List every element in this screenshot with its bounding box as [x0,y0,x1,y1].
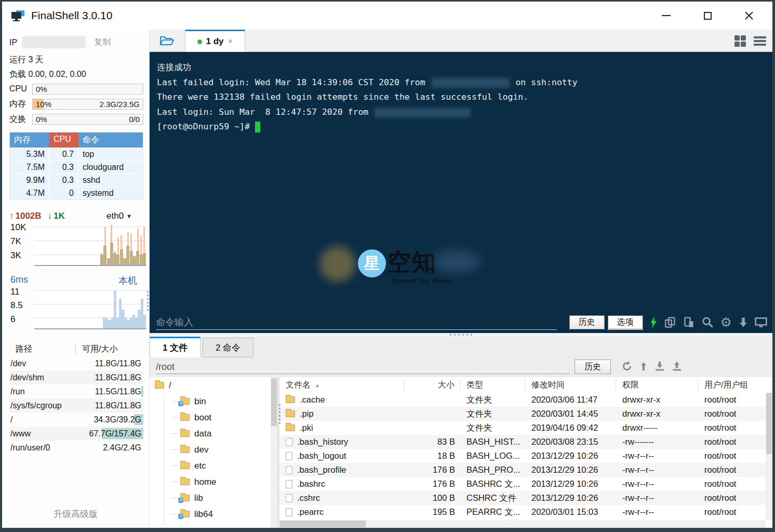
file-mtime: 2013/12/29 10:26 [525,449,616,463]
hscrollbar-thumb[interactable] [280,521,366,527]
tree-item[interactable]: bin [150,393,277,409]
disk-row: /sys/fs/cgroup11.8G/11.8G [9,398,143,413]
command-input[interactable]: 命令输入 [156,314,557,330]
process-col-header[interactable]: CPU [49,132,78,148]
file-table-vscrollbar[interactable] [766,393,772,520]
tree-connector [171,449,178,450]
file-row[interactable]: .bash_profile176 BBASH_PRO...2013/12/29 … [279,463,772,477]
options-button[interactable]: 选项 [608,315,643,329]
copy-ip-button[interactable]: 复制 [94,37,111,48]
file-col-label: 用户/用户组 [704,380,748,391]
disk-col-avail[interactable]: 可用/大小 [76,344,143,355]
file-col-header[interactable]: 类型 [460,379,525,391]
file-row[interactable]: .bash_logout18 BBASH_LOG...2013/12/29 10… [279,449,772,463]
tree-connector [171,498,178,498]
net-axis-tick: 7K [10,236,32,247]
file-row[interactable]: .cache文件夹2020/03/06 11:47drwxr-xr-xroot/… [279,393,772,407]
tree-item[interactable]: etc [150,458,277,474]
file-col-header[interactable]: 用户/用户组 [698,379,760,391]
file-col-header[interactable]: 修改时间 [525,379,616,391]
file-row[interactable]: .bashrc176 BBASHRC 文...2013/12/29 10:26-… [279,477,772,491]
close-button[interactable] [741,8,757,23]
file-mtime: 2013/12/29 10:26 [525,477,616,491]
tab-commands[interactable]: 2 命令 [203,338,253,357]
menu-icon[interactable] [754,36,766,46]
grid-view-icon[interactable] [734,35,746,47]
disk-col-path[interactable]: 路径 [9,343,76,355]
monitor-icon[interactable] [755,317,767,328]
chevron-down-icon: ▼ [126,213,132,219]
tree-item[interactable]: data [150,425,277,442]
folder-icon [286,410,295,417]
file-col-header[interactable]: 大小 [404,379,460,391]
horizontal-splitter[interactable] [150,333,772,337]
file-type: 文件夹 [460,407,525,421]
vscrollbar-thumb[interactable] [766,393,772,454]
tab-files[interactable]: 1 文件 [150,337,201,357]
chart-bar [100,255,103,265]
panel-splitter-handle[interactable] [147,291,149,311]
file-row[interactable]: .pki文件夹2019/04/16 09:42drwxr-----root/ro… [279,421,772,435]
watermark-blob [433,250,480,272]
file-name-cell: .cache [279,393,404,407]
tab-close-icon[interactable]: × [228,36,233,47]
file-col-header[interactable]: 文件名▲ [279,379,404,391]
tree-item-label: / [169,380,171,391]
file-mtime: 2013/12/29 10:26 [525,491,616,505]
download-icon[interactable] [739,317,748,328]
file-size: 83 B [404,435,460,449]
terminal-tab[interactable]: 1 dy × [185,30,245,52]
minimize-button[interactable] [658,8,674,23]
refresh-icon[interactable] [621,361,633,372]
file-row[interactable]: .pearrc195 BPEARRC 文...2020/03/01 15:03-… [279,505,772,519]
terminal-line: Last failed login: Wed Mar 18 14:39:06 C… [157,75,767,90]
tree-item[interactable]: home [150,474,277,490]
file-type: PEARRC 文... [460,505,525,519]
terminal-text: [root@oDnurp59 ~]# [157,122,255,131]
search-icon[interactable] [702,316,714,328]
file-row[interactable]: .bash_history83 BBASH_HIST...2020/03/08 … [279,435,772,449]
maximize-button[interactable] [700,8,715,23]
file-col-header[interactable]: 权限 [616,379,698,391]
process-col-header[interactable]: 内存 [10,132,49,148]
copy-icon[interactable] [664,316,676,328]
process-table: 内存CPU命令 5.3M0.7top7.5M0.3cloudguard9.9M0… [9,132,143,200]
tree-item[interactable]: / [150,377,277,393]
tree-item[interactable]: lib [150,490,277,506]
file-row[interactable]: .pip文件夹2020/03/01 14:45drwxr-xr-xroot/ro… [279,407,772,421]
ping-axis-tick: 8.5 [10,300,32,311]
up-directory-icon[interactable] [639,361,648,371]
chart-bar [113,253,116,265]
chart-bar [110,243,113,265]
path-history-button[interactable]: 历史 [574,360,611,374]
file-icon [286,466,292,474]
chart-bar [143,253,146,265]
path-input[interactable]: /root [156,360,570,374]
file-size: 195 B [404,505,460,519]
gear-icon[interactable]: ⚙ [720,316,732,329]
process-col-header[interactable]: 命令 [78,132,143,148]
file-mtime: 2020/03/01 14:45 [525,407,616,421]
terminal[interactable]: 连接成功Last failed login: Wed Mar 18 14:39:… [150,52,772,333]
disk-usage-bar [141,386,143,397]
tree-item[interactable]: dev [150,442,277,458]
file-row[interactable]: .cshrc100 BCSHRC 文件2013/12/29 10:26-rw-r… [279,491,772,505]
download-rate: 1K [54,211,65,221]
history-button[interactable]: 历史 [569,315,605,329]
tree-splitter-handle[interactable] [279,404,280,424]
tree-item[interactable]: boot [150,409,277,425]
file-size [404,407,460,421]
lightning-icon[interactable] [650,316,658,328]
tree-item[interactable]: lib64 [150,506,277,522]
folder-icon [180,462,190,469]
folder-icon [286,424,295,431]
open-connection-button[interactable] [156,33,178,49]
interface-selector[interactable]: eth0 ▼ [106,211,132,221]
file-table-hscrollbar[interactable] [279,520,766,528]
upgrade-link[interactable]: 升级高级版 [2,508,149,520]
file-name: .bash_profile [297,465,346,475]
upload-icon[interactable] [672,361,682,371]
download-icon[interactable] [654,361,665,371]
disk-row: /www67.7G/157.4G [9,427,143,441]
paste-icon[interactable] [683,316,695,328]
